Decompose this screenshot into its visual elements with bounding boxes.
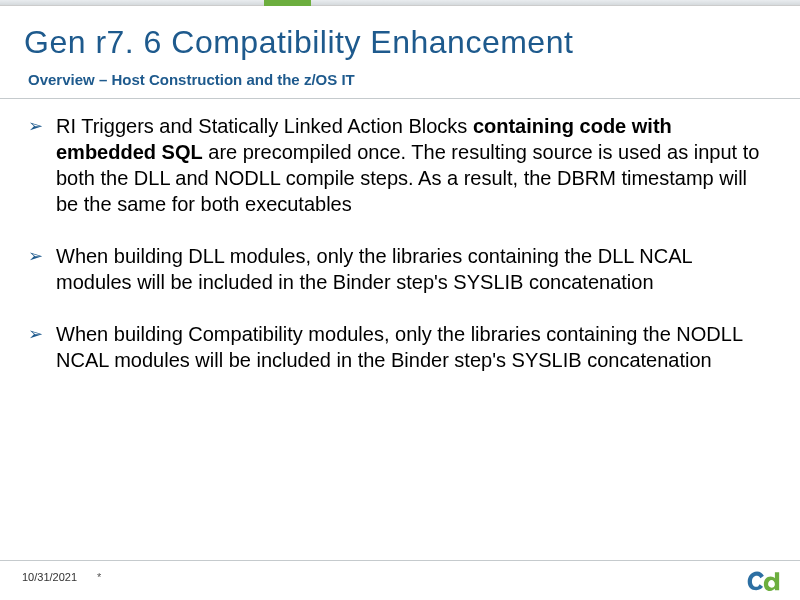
bullet-text: RI Triggers and Statically Linked Action…	[56, 113, 760, 217]
slide: Gen r7. 6 Compatibility Enhancement Over…	[0, 0, 800, 600]
bullet-arrow-icon: ➢	[28, 115, 48, 138]
bullet-text: When building DLL modules, only the libr…	[56, 243, 760, 295]
bullet-arrow-icon: ➢	[28, 245, 48, 268]
slide-subtitle: Overview – Host Construction and the z/O…	[0, 71, 800, 98]
slide-title: Gen r7. 6 Compatibility Enhancement	[0, 6, 800, 71]
bullet-prefix: RI Triggers and Statically Linked Action…	[56, 115, 473, 137]
bullet-item: ➢ When building DLL modules, only the li…	[28, 243, 760, 295]
bullet-prefix: When building Compatibility modules, onl…	[56, 323, 742, 371]
bullet-text: When building Compatibility modules, onl…	[56, 321, 760, 373]
bullet-item: ➢ RI Triggers and Statically Linked Acti…	[28, 113, 760, 217]
bullet-prefix: When building DLL modules, only the libr…	[56, 245, 692, 293]
bullet-item: ➢ When building Compatibility modules, o…	[28, 321, 760, 373]
footer-date: 10/31/2021	[22, 571, 77, 583]
slide-footer: 10/31/2021 *	[0, 560, 800, 600]
top-accent-green	[264, 0, 311, 6]
bullet-arrow-icon: ➢	[28, 323, 48, 346]
footer-marker: *	[97, 571, 101, 583]
footer-row: 10/31/2021 *	[0, 571, 800, 583]
footer-divider	[0, 560, 800, 561]
ca-logo	[746, 568, 780, 592]
slide-content: ➢ RI Triggers and Statically Linked Acti…	[0, 99, 800, 373]
